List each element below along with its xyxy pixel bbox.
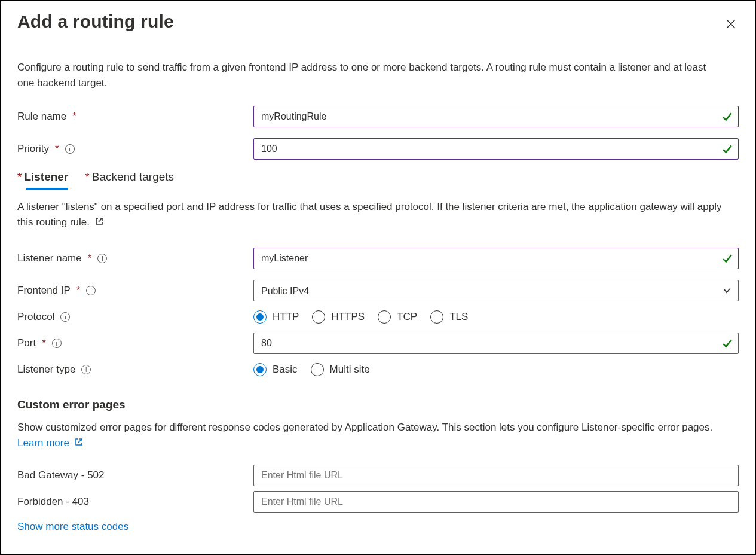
protocol-radio-group: HTTP HTTPS TCP TLS — [253, 306, 739, 328]
page-title: Add a routing rule — [17, 11, 174, 32]
learn-more-link[interactable]: Learn more — [17, 437, 83, 449]
bad-gateway-url-input[interactable] — [253, 465, 739, 486]
check-icon — [722, 111, 733, 122]
rule-name-input[interactable] — [253, 106, 739, 127]
check-icon — [722, 144, 733, 154]
frontend-ip-label: Frontend IP* — [17, 285, 253, 297]
tabs: *Listener *Backend targets — [17, 170, 739, 188]
rule-name-label: Rule name* — [17, 111, 253, 123]
forbidden-label: Forbidden - 403 — [17, 496, 253, 508]
priority-input[interactable] — [253, 138, 739, 160]
protocol-label: Protocol — [17, 311, 253, 323]
protocol-tls-radio[interactable]: TLS — [430, 310, 468, 324]
show-more-status-codes-link[interactable]: Show more status codes — [17, 521, 128, 533]
frontend-ip-select[interactable]: Public IPv4 — [253, 280, 739, 301]
listener-type-radio-group: Basic Multi site — [253, 359, 739, 380]
listener-type-basic-radio[interactable]: Basic — [253, 363, 298, 376]
check-icon — [722, 338, 733, 349]
protocol-https-radio[interactable]: HTTPS — [312, 310, 365, 324]
listener-name-label: Listener name* — [17, 252, 253, 264]
protocol-tcp-radio[interactable]: TCP — [378, 310, 417, 324]
protocol-http-radio[interactable]: HTTP — [253, 310, 299, 324]
close-icon — [726, 22, 736, 31]
custom-error-desc: Show customized error pages for differen… — [17, 420, 734, 450]
close-button[interactable] — [723, 16, 739, 33]
port-input[interactable] — [253, 333, 739, 354]
listener-name-input[interactable] — [253, 248, 739, 269]
info-icon[interactable] — [81, 365, 91, 374]
listener-type-multi-radio[interactable]: Multi site — [311, 363, 370, 376]
check-icon — [722, 253, 733, 264]
tab-listener[interactable]: *Listener — [17, 170, 68, 188]
external-link-icon — [95, 215, 103, 223]
bad-gateway-label: Bad Gateway - 502 — [17, 469, 253, 481]
port-label: Port* — [17, 337, 253, 349]
custom-error-title: Custom error pages — [17, 398, 739, 411]
tab-backend-targets[interactable]: *Backend targets — [85, 170, 174, 188]
listener-type-label: Listener type — [17, 364, 253, 376]
info-icon[interactable] — [97, 254, 107, 263]
info-icon[interactable] — [86, 286, 96, 295]
external-link-icon — [75, 435, 83, 444]
info-icon[interactable] — [60, 312, 70, 322]
intro-text: Configure a routing rule to send traffic… — [17, 60, 723, 90]
info-icon[interactable] — [65, 144, 75, 154]
listener-description: A listener "listens" on a specified port… — [17, 199, 734, 230]
forbidden-url-input[interactable] — [253, 491, 739, 513]
priority-label: Priority* — [17, 143, 253, 155]
info-icon[interactable] — [52, 339, 62, 348]
